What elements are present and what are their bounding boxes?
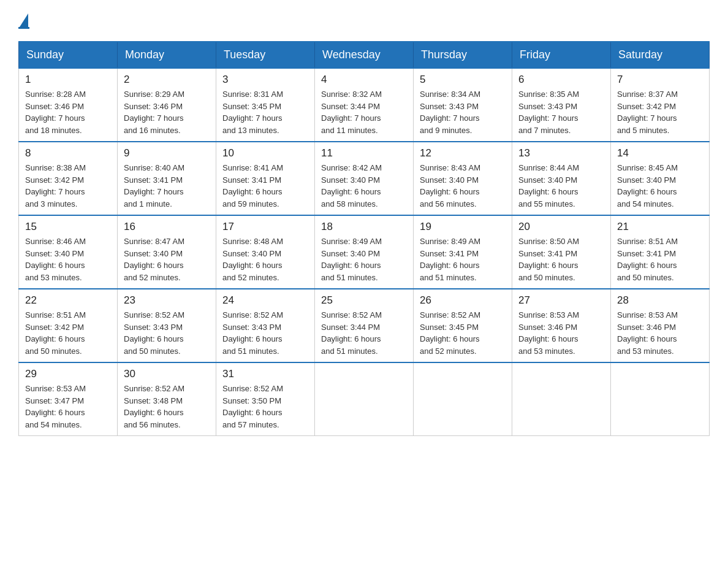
day-info: Sunrise: 8:38 AMSunset: 3:42 PMDaylight:… <box>25 162 111 210</box>
day-info: Sunrise: 8:40 AMSunset: 3:41 PMDaylight:… <box>124 162 210 210</box>
day-info: Sunrise: 8:48 AMSunset: 3:40 PMDaylight:… <box>222 236 308 283</box>
day-info: Sunrise: 8:53 AMSunset: 3:47 PMDaylight:… <box>25 383 111 431</box>
day-number: 30 <box>124 368 210 380</box>
calendar-cell: 21Sunrise: 8:51 AMSunset: 3:41 PMDayligh… <box>611 215 710 289</box>
calendar-cell <box>512 362 611 436</box>
calendar-cell: 6Sunrise: 8:35 AMSunset: 3:43 PMDaylight… <box>512 68 611 142</box>
day-number: 14 <box>617 147 703 159</box>
calendar-cell: 14Sunrise: 8:45 AMSunset: 3:40 PMDayligh… <box>611 142 710 215</box>
day-number: 27 <box>518 294 604 307</box>
day-info: Sunrise: 8:50 AMSunset: 3:41 PMDaylight:… <box>518 236 604 283</box>
calendar-cell: 8Sunrise: 8:38 AMSunset: 3:42 PMDaylight… <box>19 142 118 215</box>
logo <box>18 12 29 29</box>
calendar-cell: 10Sunrise: 8:41 AMSunset: 3:41 PMDayligh… <box>216 142 315 215</box>
day-number: 5 <box>420 74 506 86</box>
day-info: Sunrise: 8:32 AMSunset: 3:44 PMDaylight:… <box>321 88 407 136</box>
calendar-cell: 5Sunrise: 8:34 AMSunset: 3:43 PMDaylight… <box>414 68 512 142</box>
weekday-header-tuesday: Tuesday <box>216 42 315 68</box>
day-info: Sunrise: 8:52 AMSunset: 3:48 PMDaylight:… <box>124 383 210 431</box>
day-number: 1 <box>25 74 111 86</box>
weekday-header-row: SundayMondayTuesdayWednesdayThursdayFrid… <box>19 42 710 68</box>
calendar-cell: 31Sunrise: 8:52 AMSunset: 3:50 PMDayligh… <box>216 362 315 436</box>
day-info: Sunrise: 8:51 AMSunset: 3:42 PMDaylight:… <box>25 309 111 357</box>
calendar-cell: 29Sunrise: 8:53 AMSunset: 3:47 PMDayligh… <box>19 362 118 436</box>
calendar-cell: 4Sunrise: 8:32 AMSunset: 3:44 PMDaylight… <box>315 68 414 142</box>
day-number: 8 <box>25 147 111 159</box>
logo-triangle-icon <box>20 13 28 27</box>
day-info: Sunrise: 8:45 AMSunset: 3:40 PMDaylight:… <box>617 162 703 210</box>
day-number: 26 <box>420 294 506 307</box>
weekday-header-sunday: Sunday <box>19 42 118 68</box>
calendar-week-5: 29Sunrise: 8:53 AMSunset: 3:47 PMDayligh… <box>19 362 710 436</box>
day-info: Sunrise: 8:52 AMSunset: 3:43 PMDaylight:… <box>124 309 210 357</box>
day-info: Sunrise: 8:34 AMSunset: 3:43 PMDaylight:… <box>420 88 506 136</box>
calendar-cell: 20Sunrise: 8:50 AMSunset: 3:41 PMDayligh… <box>512 215 611 289</box>
day-number: 16 <box>124 221 210 233</box>
day-info: Sunrise: 8:46 AMSunset: 3:40 PMDaylight:… <box>25 236 111 283</box>
day-info: Sunrise: 8:53 AMSunset: 3:46 PMDaylight:… <box>617 309 703 357</box>
weekday-header-friday: Friday <box>512 42 611 68</box>
calendar-cell: 9Sunrise: 8:40 AMSunset: 3:41 PMDaylight… <box>118 142 216 215</box>
calendar-cell: 16Sunrise: 8:47 AMSunset: 3:40 PMDayligh… <box>118 215 216 289</box>
day-info: Sunrise: 8:37 AMSunset: 3:42 PMDaylight:… <box>617 88 703 136</box>
day-number: 22 <box>25 294 111 307</box>
day-info: Sunrise: 8:42 AMSunset: 3:40 PMDaylight:… <box>321 162 407 210</box>
calendar-week-2: 8Sunrise: 8:38 AMSunset: 3:42 PMDaylight… <box>19 142 710 215</box>
day-number: 23 <box>124 294 210 307</box>
calendar-cell: 18Sunrise: 8:49 AMSunset: 3:40 PMDayligh… <box>315 215 414 289</box>
calendar-cell: 19Sunrise: 8:49 AMSunset: 3:41 PMDayligh… <box>414 215 512 289</box>
weekday-header-thursday: Thursday <box>414 42 512 68</box>
day-number: 6 <box>518 74 604 86</box>
calendar-cell <box>315 362 414 436</box>
day-info: Sunrise: 8:52 AMSunset: 3:50 PMDaylight:… <box>222 383 308 431</box>
page-header <box>18 12 710 29</box>
day-number: 25 <box>321 294 407 307</box>
day-info: Sunrise: 8:28 AMSunset: 3:46 PMDaylight:… <box>25 88 111 136</box>
logo-underline <box>18 27 29 29</box>
calendar-cell <box>414 362 512 436</box>
day-number: 31 <box>222 368 308 380</box>
calendar-cell: 11Sunrise: 8:42 AMSunset: 3:40 PMDayligh… <box>315 142 414 215</box>
day-info: Sunrise: 8:31 AMSunset: 3:45 PMDaylight:… <box>222 88 308 136</box>
day-number: 4 <box>321 74 407 86</box>
calendar-cell: 24Sunrise: 8:52 AMSunset: 3:43 PMDayligh… <box>216 289 315 362</box>
calendar-cell: 2Sunrise: 8:29 AMSunset: 3:46 PMDaylight… <box>118 68 216 142</box>
day-info: Sunrise: 8:29 AMSunset: 3:46 PMDaylight:… <box>124 88 210 136</box>
day-number: 13 <box>518 147 604 159</box>
calendar-table: SundayMondayTuesdayWednesdayThursdayFrid… <box>18 41 710 436</box>
day-info: Sunrise: 8:41 AMSunset: 3:41 PMDaylight:… <box>222 162 308 210</box>
day-info: Sunrise: 8:49 AMSunset: 3:41 PMDaylight:… <box>420 236 506 283</box>
day-info: Sunrise: 8:43 AMSunset: 3:40 PMDaylight:… <box>420 162 506 210</box>
day-number: 7 <box>617 74 703 86</box>
day-number: 28 <box>617 294 703 307</box>
day-number: 20 <box>518 221 604 233</box>
calendar-cell: 27Sunrise: 8:53 AMSunset: 3:46 PMDayligh… <box>512 289 611 362</box>
calendar-cell: 1Sunrise: 8:28 AMSunset: 3:46 PMDaylight… <box>19 68 118 142</box>
day-number: 12 <box>420 147 506 159</box>
day-info: Sunrise: 8:44 AMSunset: 3:40 PMDaylight:… <box>518 162 604 210</box>
calendar-week-4: 22Sunrise: 8:51 AMSunset: 3:42 PMDayligh… <box>19 289 710 362</box>
day-number: 9 <box>124 147 210 159</box>
day-info: Sunrise: 8:52 AMSunset: 3:45 PMDaylight:… <box>420 309 506 357</box>
weekday-header-wednesday: Wednesday <box>315 42 414 68</box>
day-number: 15 <box>25 221 111 233</box>
day-number: 3 <box>222 74 308 86</box>
day-info: Sunrise: 8:53 AMSunset: 3:46 PMDaylight:… <box>518 309 604 357</box>
calendar-cell: 3Sunrise: 8:31 AMSunset: 3:45 PMDaylight… <box>216 68 315 142</box>
calendar-cell: 17Sunrise: 8:48 AMSunset: 3:40 PMDayligh… <box>216 215 315 289</box>
day-number: 17 <box>222 221 308 233</box>
day-number: 24 <box>222 294 308 307</box>
day-info: Sunrise: 8:49 AMSunset: 3:40 PMDaylight:… <box>321 236 407 283</box>
day-number: 11 <box>321 147 407 159</box>
day-number: 2 <box>124 74 210 86</box>
day-info: Sunrise: 8:51 AMSunset: 3:41 PMDaylight:… <box>617 236 703 283</box>
calendar-cell: 12Sunrise: 8:43 AMSunset: 3:40 PMDayligh… <box>414 142 512 215</box>
day-number: 18 <box>321 221 407 233</box>
weekday-header-saturday: Saturday <box>611 42 710 68</box>
calendar-cell <box>611 362 710 436</box>
day-info: Sunrise: 8:35 AMSunset: 3:43 PMDaylight:… <box>518 88 604 136</box>
calendar-cell: 13Sunrise: 8:44 AMSunset: 3:40 PMDayligh… <box>512 142 611 215</box>
calendar-week-1: 1Sunrise: 8:28 AMSunset: 3:46 PMDaylight… <box>19 68 710 142</box>
calendar-cell: 28Sunrise: 8:53 AMSunset: 3:46 PMDayligh… <box>611 289 710 362</box>
calendar-cell: 22Sunrise: 8:51 AMSunset: 3:42 PMDayligh… <box>19 289 118 362</box>
